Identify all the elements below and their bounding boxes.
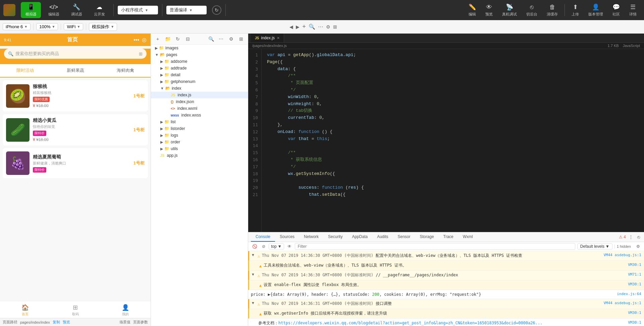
console-settings-btn[interactable]: ⚙ xyxy=(635,243,641,249)
refresh-tree-btn[interactable]: ↻ xyxy=(174,35,182,43)
ref-6[interactable]: VM30:1 xyxy=(628,310,641,316)
tree-item-detail[interactable]: ▶ 📁 detail xyxy=(151,72,248,78)
ref-1[interactable]: VM30:1 xyxy=(628,262,641,268)
tree-item-index-js[interactable]: JS index.js xyxy=(151,92,248,98)
device-selector[interactable]: iPhone 6 ▼ xyxy=(3,23,31,30)
devtools-popout-btn[interactable]: ⎋ xyxy=(636,233,641,241)
console-stop-btn[interactable]: ⊘ xyxy=(261,243,267,249)
product-card-0[interactable]: 猕猴桃 精装猕猴桃 限时优惠 ¥ ¥18.00 1号柜 xyxy=(3,80,148,111)
expand-2[interactable]: ▼ xyxy=(252,272,254,278)
expand-0[interactable]: ▼ xyxy=(252,252,254,258)
next-btn[interactable]: ▶ xyxy=(296,24,300,30)
cloud-btn[interactable]: ☁ 云开发 xyxy=(89,2,109,18)
zoom-selector[interactable]: 100% ▼ xyxy=(36,23,58,30)
add-tab-btn[interactable]: + xyxy=(302,23,306,30)
tree-item-addsome[interactable]: ▶ 📁 addsome xyxy=(151,58,248,65)
footer-field[interactable]: 场景值 xyxy=(119,320,130,325)
operation-selector[interactable]: 模拟操作 ▼ xyxy=(89,23,117,31)
prev-btn[interactable]: ◀ xyxy=(289,24,293,30)
search-tree-btn[interactable]: 🔍 xyxy=(207,35,215,43)
ref-7[interactable]: VM30:1 xyxy=(628,320,641,326)
compile-btn[interactable]: ✏️ 编辑 xyxy=(465,2,480,18)
tree-item-logs[interactable]: ▶ 📁 logs xyxy=(151,132,248,139)
devtools-tab-trace[interactable]: Trace xyxy=(439,232,458,242)
phone-tab-0[interactable]: 限时活动 xyxy=(0,64,50,78)
tree-item-getphonenum[interactable]: ▶ 📁 getphonenum xyxy=(151,78,248,85)
tree-item-order[interactable]: ▶ 📁 order xyxy=(151,139,248,145)
footer-copy-btn[interactable]: 复制 xyxy=(53,320,60,325)
compile-type-dropdown[interactable]: 普通编译 ▼ xyxy=(166,6,207,14)
devtools-tab-wxml[interactable]: Wxml xyxy=(458,232,478,242)
add-file-btn[interactable]: + xyxy=(154,35,162,43)
product-card-2[interactable]: 精选夏黑葡萄 新鲜健康，清脆爽口 限特价 1号柜 xyxy=(3,148,148,178)
devtools-tab-security[interactable]: Security xyxy=(323,232,347,242)
devtools-tab-appdata[interactable]: AppData xyxy=(347,232,372,242)
phone-search-bar[interactable]: 🔍 搜索你想要购买的商品 ⊞ xyxy=(4,49,147,59)
nav-item-scan[interactable]: ⊞ 取码 xyxy=(50,304,101,317)
devtools-tab-audits[interactable]: Audits xyxy=(372,232,393,242)
ref-4[interactable]: index.js:64 xyxy=(617,291,641,297)
code-tab-close[interactable]: ✕ xyxy=(277,36,280,40)
nav-item-home[interactable]: 🏠 首页 xyxy=(0,304,50,317)
phone-tab-2[interactable]: 海鲜肉禽 xyxy=(100,64,151,77)
tree-item-addtrade[interactable]: ▶ 📁 addtrade xyxy=(151,65,248,72)
code-content[interactable]: var api = getApp().globalData.api; Page(… xyxy=(262,49,644,232)
simulator-btn[interactable]: 📱 模拟器 xyxy=(21,2,41,18)
ref-2[interactable]: VM71:1 xyxy=(628,272,641,278)
tree-item-listorder[interactable]: ▶ 📁 listorder xyxy=(151,125,248,132)
upload-btn[interactable]: ⬆ 上传 xyxy=(568,2,583,18)
footer-preview-btn[interactable]: 预览 xyxy=(63,320,70,325)
preview-btn[interactable]: 👁 预览 xyxy=(481,2,497,18)
ref-0[interactable]: VM44 asdebug.js:1 xyxy=(603,252,641,258)
cut-bg-btn[interactable]: ⎋ 切后台 xyxy=(522,2,541,18)
compile-mode-dropdown[interactable]: 小程序模式 ▼ xyxy=(118,6,158,14)
real-debug-btn[interactable]: 📡 真机调试 xyxy=(498,2,521,18)
tree-item-app-js[interactable]: JS app.js xyxy=(151,152,248,159)
community-btn[interactable]: 💬 社区 xyxy=(608,2,624,18)
split-btn[interactable]: ⊞ xyxy=(333,24,337,30)
tree-item-index-wxml[interactable]: <> index.wxml xyxy=(151,105,248,112)
console-eye-btn[interactable]: 👁 xyxy=(286,243,293,249)
console-filter-input[interactable] xyxy=(295,243,575,250)
ref-3[interactable]: VM30:1 xyxy=(628,282,641,287)
more-tree-btn[interactable]: ⋯ xyxy=(217,35,225,43)
ref-5[interactable]: VM44 asdebug.js:1 xyxy=(603,300,641,306)
footer-params[interactable]: 页面参数 xyxy=(133,320,148,325)
add-folder-btn[interactable]: 📁 xyxy=(164,35,172,43)
levels-selector[interactable]: Default levels ▼ xyxy=(577,243,612,249)
tree-item-index-json[interactable]: {} index.json xyxy=(151,98,248,105)
tree-item-utils[interactable]: ▶ 📁 utils xyxy=(151,145,248,152)
product-card-1[interactable]: 精选小黄瓜 惊艳你的味觉 限特价 ¥ ¥18.00 1号柜 xyxy=(3,114,148,145)
tree-item-pages[interactable]: ▼ 📂 pages xyxy=(151,51,248,58)
devtools-tab-console[interactable]: Console xyxy=(251,232,275,242)
sort-tree-btn[interactable]: ⚙ xyxy=(227,35,235,43)
settings-btn[interactable]: ⚙ xyxy=(326,24,330,30)
tree-item-index-folder[interactable]: ▼ 📂 index xyxy=(151,85,248,92)
console-clear-btn[interactable]: 🚫 xyxy=(251,243,259,249)
devtools-tab-sensor[interactable]: Sensor xyxy=(393,232,415,242)
tree-item-images[interactable]: ▶ 📁 images xyxy=(151,45,248,51)
debugger-btn[interactable]: 🔧 调试器 xyxy=(66,2,87,18)
doc-link[interactable]: https://developers.weixin.qq.com/blogdet… xyxy=(278,321,542,325)
refresh-btn[interactable]: ↻ xyxy=(212,5,221,15)
network-selector[interactable]: WiFi ▼ xyxy=(64,23,83,30)
context-selector[interactable]: top ▼ xyxy=(269,243,284,249)
version-btn[interactable]: 👤 版本管理 xyxy=(584,2,607,18)
devtools-tab-sources[interactable]: Sources xyxy=(275,232,299,242)
nav-item-mine[interactable]: 👤 我的 xyxy=(100,304,151,317)
split-tree-btn[interactable]: ⊞ xyxy=(237,35,245,43)
editor-btn[interactable]: </> 编辑器 xyxy=(44,2,64,18)
more-btn[interactable]: ⋯ xyxy=(318,24,323,30)
tree-item-index-wxss[interactable]: wxss index.wxss xyxy=(151,112,248,119)
devtools-tab-network[interactable]: Network xyxy=(299,232,323,242)
clear-cache-btn[interactable]: 🗑 清缓存 xyxy=(543,2,562,18)
search-btn[interactable]: 🔍 xyxy=(309,24,315,30)
code-tab-index-js[interactable]: JS index.js ✕ xyxy=(251,34,284,42)
tree-item-list[interactable]: ▶ 📁 list xyxy=(151,119,248,125)
phone-tab-1[interactable]: 新鲜果蔬 xyxy=(50,64,101,77)
detail-btn[interactable]: ☰ 详情 xyxy=(625,2,641,18)
devtools-more-btn[interactable]: ⋮ xyxy=(627,233,635,241)
collapse-tree-btn[interactable]: ⊟ xyxy=(184,35,192,43)
devtools-tab-storage[interactable]: Storage xyxy=(415,232,439,242)
expand-5[interactable]: ▼ xyxy=(252,300,254,306)
